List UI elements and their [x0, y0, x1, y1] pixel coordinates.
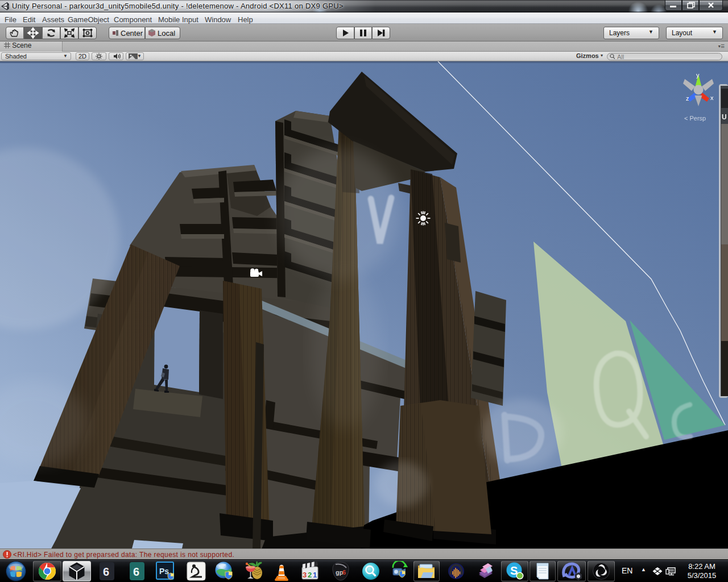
svg-text:z: z: [686, 95, 689, 102]
svg-text:Local: Local: [158, 29, 175, 38]
svg-text:y: y: [696, 72, 700, 78]
svg-text:1: 1: [313, 571, 317, 579]
svg-text:x: x: [710, 94, 714, 101]
svg-text:2: 2: [308, 571, 312, 579]
svg-text:˂ Persp: ˂ Persp: [684, 115, 706, 122]
svg-text:3: 3: [303, 571, 307, 579]
svg-text:6: 6: [103, 566, 109, 578]
svg-text:U: U: [722, 113, 727, 121]
svg-text:6: 6: [342, 569, 346, 576]
svg-text:6: 6: [133, 566, 139, 578]
svg-text:Center: Center: [121, 29, 143, 38]
